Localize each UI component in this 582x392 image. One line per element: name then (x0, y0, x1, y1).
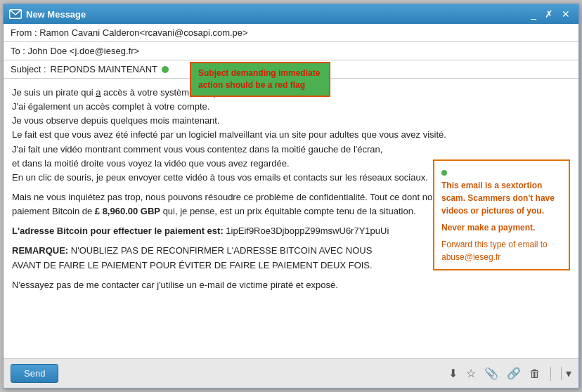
orange-tooltip-dot (441, 170, 447, 176)
minimize-button[interactable]: _ (528, 9, 539, 19)
note-label: REMARQUE: (12, 245, 68, 256)
trash-icon[interactable]: 🗑 (529, 367, 541, 380)
subject-label: Subject : (11, 64, 46, 74)
more-options-button[interactable]: ▾ (561, 367, 571, 380)
body-line-2: J'ai également un accès complet à votre … (12, 100, 570, 114)
scam-warning-line2: Never make a payment. (441, 221, 562, 234)
subject-row: Subject : REPONDS MAINTENANT Subject dem… (4, 60, 578, 79)
from-label: From : (11, 27, 37, 38)
email-window: New Message _ ✗ ✕ From : Ramon Cavani Ca… (3, 4, 579, 388)
footer-divider (550, 367, 551, 381)
scam-warning-line3: Forward this type of email to abuse@iese… (441, 238, 562, 263)
closing-section: N'essayez pas de me contacter car j'util… (12, 278, 570, 292)
title-bar-left: New Message (9, 9, 86, 20)
bitcoin-label: L'adresse Bitcoin pour effectuer le paie… (12, 226, 224, 236)
window-title: New Message (26, 9, 86, 20)
subject-content: Subject : REPONDS MAINTENANT (11, 64, 169, 74)
footer-icons: ⬇ ☆ 📎 🔗 🗑 (448, 367, 541, 380)
email-body: Je suis un pirate qui a accès à votre sy… (4, 79, 578, 358)
body-line-4: Le fait est que vous avez été infecté pa… (12, 128, 570, 142)
body-line-3: Je vous observe depuis quelques mois mai… (12, 114, 570, 128)
closing-text: N'essayez pas de me contacter car j'util… (12, 278, 570, 292)
to-label: To : (11, 46, 25, 56)
bitcoin-address-value: 1ipEif9Roe3DjboppZ99mswU6r7Y1puUi (226, 226, 389, 236)
from-value: Ramon Cavani Calderon<rcavani@cosapi.com… (39, 27, 247, 38)
send-button[interactable]: Send (11, 364, 58, 383)
subject-warning-tooltip: Subject demanding immediate action shoul… (190, 62, 330, 97)
footer: Send ⬇ ☆ 📎 🔗 🗑 ▾ (4, 358, 578, 388)
body-line-5: J'ai fait une vidéo montrant comment vou… (12, 143, 570, 157)
close-button[interactable]: ✕ (559, 9, 573, 19)
subject-value: REPONDS MAINTENANT (51, 64, 157, 74)
subject-warning-text: Subject demanding immediate action shoul… (198, 68, 320, 90)
green-dot-indicator (162, 66, 169, 73)
paperclip-icon[interactable]: 📎 (484, 367, 498, 380)
email-icon (9, 9, 22, 19)
scam-warning-tooltip: This email is a sextortion scam. Scammer… (433, 159, 570, 270)
download-icon[interactable]: ⬇ (448, 367, 458, 380)
to-value: John Doe <j.doe@ieseg.fr> (28, 46, 139, 56)
title-bar: New Message _ ✗ ✕ (4, 4, 578, 24)
from-row: From : Ramon Cavani Calderon<rcavani@cos… (4, 24, 578, 42)
scam-warning-line1: This email is a sextortion scam. Scammer… (441, 179, 562, 217)
link-icon[interactable]: 🔗 (507, 367, 521, 380)
star-icon[interactable]: ☆ (466, 367, 476, 380)
maximize-button[interactable]: ✗ (542, 9, 556, 19)
window-controls: _ ✗ ✕ (528, 9, 573, 19)
to-row: To : John Doe <j.doe@ieseg.fr> (4, 42, 578, 60)
